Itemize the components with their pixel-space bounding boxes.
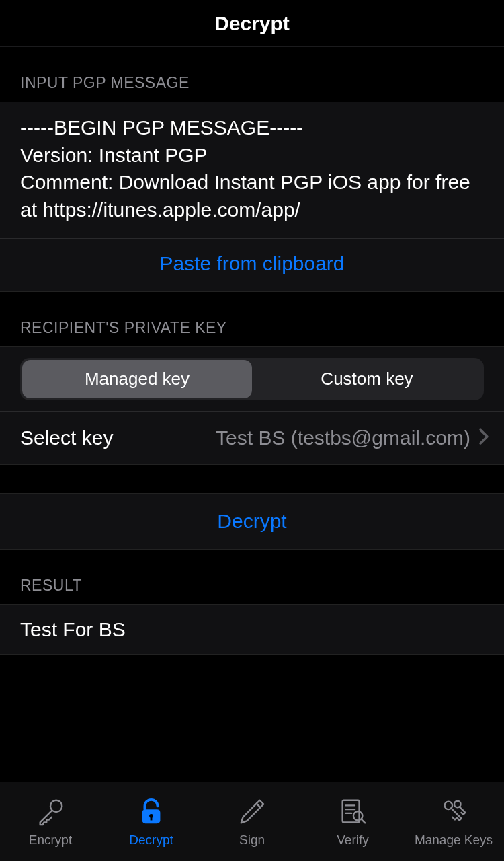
result-text[interactable]: Test For BS: [0, 605, 504, 654]
navbar-title: Decrypt: [214, 12, 290, 35]
tab-decrypt[interactable]: Decrypt: [101, 782, 202, 861]
result-card: Test For BS: [0, 604, 504, 655]
navbar: Decrypt: [0, 0, 504, 47]
select-key-label: Select key: [20, 426, 113, 449]
content: INPUT PGP MESSAGE -----BEGIN PGP MESSAGE…: [0, 47, 504, 782]
pgp-message-input[interactable]: -----BEGIN PGP MESSAGE----- Version: Ins…: [0, 102, 504, 239]
section-header-key: RECIPIENT'S PRIVATE KEY: [0, 292, 504, 346]
decrypt-button[interactable]: Decrypt: [217, 510, 286, 532]
tab-decrypt-label: Decrypt: [129, 833, 173, 848]
paste-from-clipboard-button[interactable]: Paste from clipboard: [159, 252, 344, 274]
keys-icon: [438, 796, 469, 830]
unlock-icon: [136, 796, 167, 830]
svg-line-9: [361, 819, 365, 823]
paste-row: Paste from clipboard: [0, 239, 504, 291]
select-key-row[interactable]: Select key Test BS (testbs@gmail.com): [0, 411, 504, 464]
tab-manage-keys-label: Manage Keys: [415, 833, 493, 848]
decrypt-action-card: Decrypt: [0, 493, 504, 550]
tab-sign-label: Sign: [239, 833, 265, 848]
tab-sign[interactable]: Sign: [202, 782, 302, 861]
tab-manage-keys[interactable]: Manage Keys: [403, 782, 504, 861]
section-header-input: INPUT PGP MESSAGE: [0, 47, 504, 102]
key-icon: [35, 796, 66, 830]
key-type-segmented: Managed key Custom key: [20, 358, 484, 400]
chevron-right-icon: [478, 428, 489, 448]
tab-verify-label: Verify: [337, 833, 369, 848]
tab-verify[interactable]: Verify: [302, 782, 403, 861]
verify-icon: [337, 796, 368, 830]
svg-rect-3: [151, 816, 153, 820]
tabbar: Encrypt Decrypt Sign: [0, 782, 504, 861]
select-key-value: Test BS (testbs@gmail.com): [113, 426, 478, 449]
key-card: Managed key Custom key Select key Test B…: [0, 346, 504, 465]
pencil-icon: [237, 796, 267, 830]
segment-managed-key[interactable]: Managed key: [22, 360, 252, 398]
tab-encrypt[interactable]: Encrypt: [0, 782, 101, 861]
segment-custom-key[interactable]: Custom key: [252, 360, 482, 398]
section-header-result: RESULT: [0, 550, 504, 604]
tab-encrypt-label: Encrypt: [29, 833, 72, 848]
input-card: -----BEGIN PGP MESSAGE----- Version: Ins…: [0, 102, 504, 292]
